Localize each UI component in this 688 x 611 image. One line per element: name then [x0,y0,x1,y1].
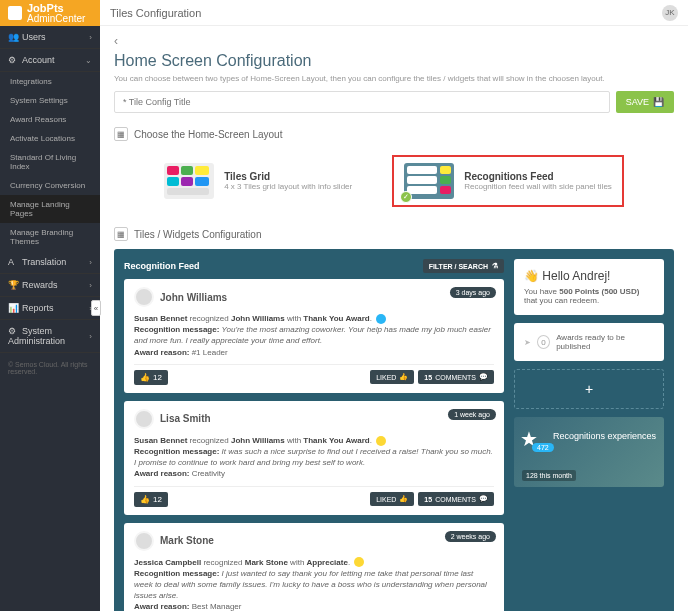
card-name: Lisa Smith [160,413,211,424]
card-name: John Williams [160,292,227,303]
hello-panel: 👋 Hello Andrej! You have 500 Points (500… [514,259,664,315]
nav-rewards[interactable]: 🏆Rewards› [0,274,100,297]
time-badge: 1 week ago [448,409,496,420]
comments-button[interactable]: 15 COMMENTS 💬 [418,492,494,506]
nav-integrations[interactable]: Integrations [0,72,100,91]
liked-button[interactable]: LIKED 👍 [370,492,414,506]
thumbs-up-icon: 👍 [399,373,408,381]
add-tile-button[interactable]: + [514,369,664,409]
nav-manage-landing[interactable]: Manage Landing Pages [0,195,100,223]
thumbs-up-icon: 👍 [140,495,150,504]
collapse-sidebar-button[interactable]: « [91,300,101,316]
layout-option-feed[interactable]: ✓ Recognitions FeedRecognition feed wall… [392,155,624,207]
wave-icon: 👋 [524,269,539,283]
save-button[interactable]: SAVE💾 [616,91,674,113]
gear-icon: ⚙ [8,55,18,65]
awards-count: 0 [537,335,550,349]
section-choose-layout: ▦Choose the Home-Screen Layout [114,127,674,141]
filter-icon: ⚗ [492,262,498,270]
page-subtitle: You can choose between two types of Home… [114,74,674,83]
feed-thumb: ✓ [404,163,454,199]
comments-button[interactable]: 15 COMMENTS 💬 [418,370,494,384]
chevron-down-icon: ⌄ [85,56,92,65]
liked-button[interactable]: LIKED 👍 [370,370,414,384]
trophy-icon: 🏆 [8,280,18,290]
users-icon: 👥 [8,32,18,42]
chevron-right-icon: › [89,33,92,42]
avatar [134,287,154,307]
save-icon: 💾 [653,97,664,107]
time-badge: 3 days ago [450,287,496,298]
layout-option-grid[interactable]: Tiles Grid4 x 3 Tiles grid layout with i… [164,155,352,207]
thumbs-up-icon: 👍 [140,373,150,382]
comment-icon: 💬 [479,495,488,503]
comment-icon: 💬 [479,373,488,381]
preview-area: Recognition Feed FILTER / SEARCH⚗ 3 days… [114,249,674,611]
nav-standard-of-living[interactable]: Standard Of Living Index [0,148,100,176]
feed-card: 2 weeks agoMark StoneJessica Campbell re… [124,523,504,612]
chart-icon: 📊 [8,303,18,313]
nav-reports[interactable]: 📊Reports› [0,297,100,320]
time-badge: 2 weeks ago [445,531,496,542]
nav-manage-branding[interactable]: Manage Branding Themes [0,223,100,251]
section-tiles-config: ▦Tiles / Widgets Configuration [114,227,674,241]
filter-search-button[interactable]: FILTER / SEARCH⚗ [423,259,504,273]
nav-users[interactable]: 👥Users› [0,26,100,49]
exp-bottom: 128 this month [522,470,576,481]
exp-title: Recognitions experiences [553,431,656,441]
exp-count: 472 [532,443,554,452]
awards-ready-panel[interactable]: ➤ 0 Awards ready to be published [514,323,664,361]
nav-account[interactable]: ⚙Account⌄ [0,49,100,72]
brand: JobPtsAdminCenter [0,0,100,26]
like-button[interactable]: 👍12 [134,492,168,507]
tiles-icon: ▦ [114,227,128,241]
nav-system-settings[interactable]: System Settings [0,91,100,110]
send-icon: ➤ [524,338,531,347]
nav-award-reasons[interactable]: Award Reasons [0,110,100,129]
topbar: Tiles Configuration JK [100,0,688,26]
check-icon: ✓ [400,191,412,203]
user-avatar[interactable]: JK [662,5,678,21]
feed-title: Recognition Feed [124,261,200,271]
sidebar: JobPtsAdminCenter 👥Users› ⚙Account⌄ Inte… [0,0,100,611]
brand-logo-icon [8,6,22,20]
feed-card: 1 week agoLisa SmithSusan Bennet recogni… [124,401,504,515]
back-button[interactable]: ‹ [114,34,118,48]
experiences-tile[interactable]: ★ 472 Recognitions experiences 128 this … [514,417,664,487]
tile-config-title-input[interactable] [114,91,610,113]
avatar [134,409,154,429]
nav-currency-conversion[interactable]: Currency Conversion [0,176,100,195]
sidebar-footer: © Semos Cloud. All rights reserved. [0,353,100,383]
topbar-title: Tiles Configuration [110,7,201,19]
nav-activate-locations[interactable]: Activate Locations [0,129,100,148]
like-button[interactable]: 👍12 [134,370,168,385]
page-title: Home Screen Configuration [114,52,674,70]
chevron-right-icon: › [89,281,92,290]
nav-translation[interactable]: ATranslation› [0,251,100,274]
avatar [134,531,154,551]
card-name: Mark Stone [160,535,214,546]
nav-system-admin[interactable]: ⚙System Administration› [0,320,100,353]
thumbs-up-icon: 👍 [399,495,408,503]
chevron-right-icon: › [89,258,92,267]
layout-icon: ▦ [114,127,128,141]
feed-card: 3 days agoJohn WilliamsSusan Bennet reco… [124,279,504,393]
grid-thumb [164,163,214,199]
chevron-right-icon: › [89,332,92,341]
admin-icon: ⚙ [8,326,18,336]
translate-icon: A [8,257,18,267]
